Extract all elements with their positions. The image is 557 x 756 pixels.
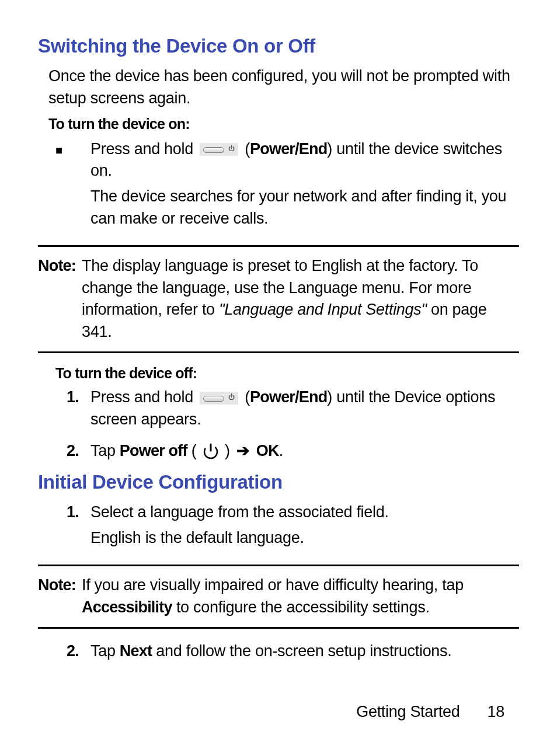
config-step-1a: Select a language from the associated fi… xyxy=(90,501,519,524)
list-item: 1. Press and hold (Power/End) until the … xyxy=(55,386,519,434)
note-label: Note: xyxy=(38,574,82,619)
note-text: The display language is preset to Englis… xyxy=(82,255,519,343)
num-marker: 1. xyxy=(55,501,90,553)
accessibility-label: Accessibility xyxy=(82,598,172,616)
list-item: 2. Tap Power off ( ) ➔ OK. xyxy=(55,440,519,466)
text-fragment: and follow the on-screen setup instructi… xyxy=(152,642,451,660)
num-marker: 2. xyxy=(55,640,90,666)
config-list-1: 1. Select a language from the associated… xyxy=(55,501,519,553)
num-marker: 1. xyxy=(55,386,90,434)
turn-off-list: 1. Press and hold (Power/End) until the … xyxy=(55,386,519,465)
section-title-config: Initial Device Configuration xyxy=(38,471,519,493)
list-item: ■ Press and hold (Power/End) until the d… xyxy=(55,138,519,234)
text-fragment: Press and hold xyxy=(90,388,197,406)
config-list-2: 2. Tap Next and follow the on-screen set… xyxy=(55,640,519,666)
text-fragment: ( xyxy=(187,442,201,459)
turn-off-step-2: Tap Power off ( ) ➔ OK. xyxy=(90,440,519,462)
text-fragment: to configure the accessibility settings. xyxy=(172,598,430,616)
reference-link: "Language and Input Settings" xyxy=(219,301,427,318)
text-fragment: Tap xyxy=(90,642,120,660)
text-fragment: ) xyxy=(221,442,234,459)
next-label: Next xyxy=(120,642,152,660)
bullet-marker: ■ xyxy=(55,138,90,234)
note-text: If you are visually impaired or have dif… xyxy=(82,574,519,619)
num-marker: 2. xyxy=(55,440,90,466)
intro-paragraph: Once the device has been configured, you… xyxy=(48,65,519,110)
list-item: 1. Select a language from the associated… xyxy=(55,501,519,553)
section-title-switching: Switching the Device On or Off xyxy=(38,35,519,57)
config-step-2: Tap Next and follow the on-screen setup … xyxy=(90,640,519,663)
text-fragment: If you are visually impaired or have dif… xyxy=(82,576,464,594)
power-icon xyxy=(202,443,220,460)
config-step-1b: English is the default language. xyxy=(90,527,519,549)
text-fragment: ( xyxy=(245,140,250,158)
turn-on-list: ■ Press and hold (Power/End) until the d… xyxy=(55,138,519,234)
text-fragment: ( xyxy=(245,388,250,406)
text-fragment: . xyxy=(279,442,283,459)
power-end-button-icon xyxy=(200,143,238,156)
ok-label: OK xyxy=(256,442,279,459)
note-block-accessibility: Note: If you are visually impaired or ha… xyxy=(38,565,519,629)
note-label: Note: xyxy=(38,255,82,343)
power-end-label: Power/End xyxy=(250,388,327,406)
arrow-icon: ➔ xyxy=(236,442,250,459)
text-fragment: Tap xyxy=(90,442,120,459)
power-off-label: Power off xyxy=(120,442,187,459)
turn-off-step-1: Press and hold (Power/End) until the Dev… xyxy=(90,386,519,431)
turn-off-heading: To turn the device off: xyxy=(55,365,519,382)
power-end-label: Power/End xyxy=(250,140,327,158)
note-block-language: Note: The display language is preset to … xyxy=(38,245,519,353)
list-item: 2. Tap Next and follow the on-screen set… xyxy=(55,640,519,666)
turn-on-step: Press and hold (Power/End) until the dev… xyxy=(90,138,519,183)
chapter-name: Getting Started xyxy=(356,703,459,720)
power-end-button-icon xyxy=(200,392,238,405)
text-fragment: Press and hold xyxy=(90,140,197,158)
page-number: 18 xyxy=(488,703,504,720)
turn-on-heading: To turn the device on: xyxy=(48,116,519,133)
page-footer: Getting Started 18 xyxy=(356,703,504,721)
turn-on-followup: The device searches for your network and… xyxy=(90,186,519,230)
